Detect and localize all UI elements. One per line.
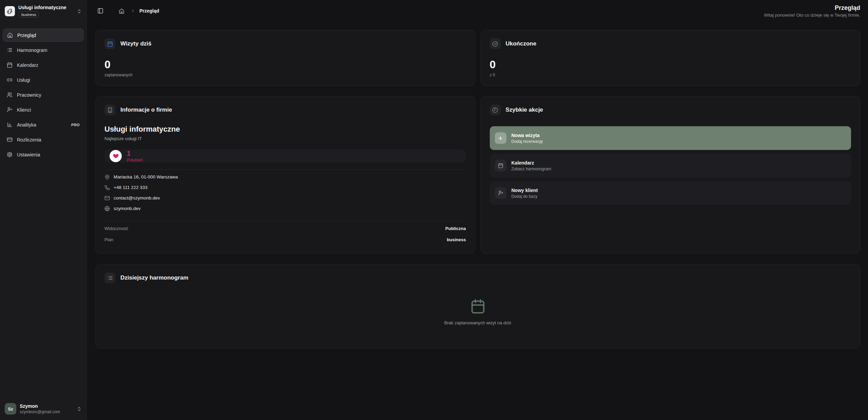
sidebar-item-harmonogram[interactable]: Harmonogram — [3, 43, 84, 57]
card-company-info: Informacje o firmie Usługi informatyczne… — [95, 96, 475, 254]
sidebar-item-label: Usługi — [17, 77, 30, 83]
company-tagline: Najlepsze usługi IT — [104, 136, 466, 141]
sidebar-item-uslugi[interactable]: Usługi — [3, 73, 84, 87]
card-title: Informacje o firmie — [120, 107, 172, 113]
doodle-logo-icon — [6, 7, 14, 15]
user-email: szymboro@gmail.com — [20, 409, 60, 414]
completed-caption: z 0 — [490, 73, 851, 77]
chevron-right-icon — [131, 8, 135, 13]
new-client-button[interactable]: Nowy klient Dodaj do bazy — [490, 181, 851, 205]
contact-address: Mariacka 16, 01-000 Warszawa — [104, 172, 466, 182]
contact-text: +48 111 222 333 — [114, 185, 148, 190]
credit-card-icon — [7, 137, 13, 142]
sidebar-item-label: Klienci — [17, 107, 31, 113]
new-visit-button[interactable]: Nowa wizyta Dodaj rezerwację — [490, 126, 851, 150]
sidebar-item-analityka[interactable]: Analityka PRO — [3, 118, 84, 131]
sidebar-item-przeglad[interactable]: Przegląd — [3, 28, 84, 42]
action-title: Kalendarz — [512, 160, 551, 166]
workspace-name: Usługi informatyczne — [18, 5, 66, 10]
map-pin-icon — [104, 174, 110, 180]
meta-value: Publiczna — [445, 226, 466, 231]
sidebar-item-rozliczenia[interactable]: Rozliczenia — [3, 133, 84, 146]
users-icon — [7, 92, 13, 98]
sidebar-item-kalendarz[interactable]: Kalendarz — [3, 58, 84, 72]
main-area: Przegląd Przegląd Witaj ponownie! Oto co… — [87, 0, 868, 420]
contact-text: contact@szymonb.dev — [114, 195, 160, 201]
card-visits-today: Wizyty dziś 0 zaplanowanych — [95, 30, 475, 86]
sidebar-item-label: Ustawienia — [17, 152, 40, 157]
visibility-row: Widoczność Publiczna — [104, 223, 466, 234]
pro-badge: PRO — [71, 123, 80, 127]
sidebar: Usługi informatyczne business Przegląd H… — [0, 0, 87, 420]
plus-icon — [495, 132, 506, 144]
check-circle-icon — [490, 38, 501, 49]
action-title: Nowy klient — [512, 188, 538, 193]
dashboard-content: Wizyty dziś 0 zaplanowanych Ukończone 0 … — [87, 22, 868, 349]
clock-icon — [490, 104, 501, 115]
visits-count: 0 — [104, 59, 466, 70]
card-title: Ukończone — [506, 40, 537, 47]
home-icon — [119, 8, 124, 14]
completed-count: 0 — [490, 59, 851, 70]
gear-icon — [7, 152, 13, 157]
calendar-icon — [470, 299, 486, 314]
list-icon — [7, 47, 13, 53]
calendar-icon — [7, 62, 13, 68]
mail-icon — [104, 195, 110, 201]
card-title: Szybkie akcje — [506, 107, 543, 113]
action-subtitle: Dodaj do bazy — [512, 194, 538, 199]
action-title: Nowa wizyta — [512, 133, 543, 138]
workspace-switcher[interactable]: Usługi informatyczne business — [3, 3, 84, 20]
sidebar-item-pracownicy[interactable]: Pracownicy — [3, 88, 84, 101]
card-quick-actions: Szybkie akcje Nowa wizyta Dodaj rezerwac… — [481, 96, 861, 254]
calendar-icon — [495, 160, 506, 171]
breadcrumb-current[interactable]: Przegląd — [139, 8, 159, 14]
card-today-schedule: Dzisiejszy harmonogram Brak zaplanowanyc… — [95, 264, 860, 349]
user-menu[interactable]: Sz Szymon szymboro@gmail.com — [3, 400, 84, 417]
divider — [104, 169, 466, 170]
sidebar-item-label: Przegląd — [17, 33, 36, 38]
workspace-logo — [5, 6, 15, 16]
schedule-empty-text: Brak zaplanowanych wizyt na dziś — [444, 320, 511, 325]
contact-website: szymonb.dev — [104, 203, 466, 214]
chevrons-up-down-icon — [77, 9, 82, 14]
page-subtitle: Witaj ponownie! Oto co dzieje się w Twoj… — [764, 13, 860, 18]
action-subtitle: Dodaj rezerwację — [512, 139, 543, 144]
sidebar-item-label: Analityka — [17, 122, 36, 128]
user-check-icon — [7, 107, 13, 113]
calendar-action-button[interactable]: Kalendarz Zobacz harmonogram — [490, 154, 851, 177]
bar-chart-icon — [7, 122, 13, 128]
schedule-empty-state: Brak zaplanowanych wizyt na dziś — [104, 283, 851, 340]
sidebar-item-label: Rozliczenia — [17, 137, 41, 142]
sidebar-item-label: Harmonogram — [17, 47, 47, 53]
sidebar-item-klienci[interactable]: Klienci — [3, 103, 84, 116]
chevrons-up-down-icon — [77, 406, 82, 412]
likes-label: Polubień — [127, 158, 143, 163]
home-icon — [7, 32, 13, 38]
meta-label: Plan — [104, 237, 113, 242]
plan-row: Plan business — [104, 234, 466, 245]
card-title: Wizyty dziś — [120, 40, 151, 47]
topbar: Przegląd Przegląd Witaj ponownie! Oto co… — [87, 0, 868, 22]
list-icon — [104, 272, 115, 283]
contact-email: contact@szymonb.dev — [104, 193, 466, 203]
sidebar-item-ustawienia[interactable]: Ustawienia — [3, 148, 84, 161]
sidebar-toggle-button[interactable] — [95, 6, 105, 16]
user-plus-icon — [495, 187, 506, 199]
avatar: Sz — [5, 403, 16, 415]
card-title: Dzisiejszy harmonogram — [120, 274, 188, 281]
contact-text: Mariacka 16, 01-000 Warszawa — [114, 174, 178, 179]
card-completed: Ukończone 0 z 0 — [481, 30, 861, 86]
user-name: Szymon — [20, 403, 60, 409]
workspace-plan-badge: business — [18, 11, 39, 18]
visits-caption: zaplanowanych — [104, 73, 466, 77]
breadcrumb-home-link[interactable] — [116, 6, 127, 16]
action-subtitle: Zobacz harmonogram — [512, 167, 551, 171]
company-name: Usługi informatyczne — [104, 125, 466, 134]
sidebar-item-label: Pracownicy — [17, 92, 41, 98]
meta-label: Widoczność — [104, 226, 128, 231]
panel-left-icon — [97, 8, 103, 14]
sidebar-nav: Przegląd Harmonogram Kalendarz Usługi Pr… — [3, 28, 84, 161]
calendar-icon — [104, 38, 115, 49]
contact-text: szymonb.dev — [114, 206, 141, 211]
